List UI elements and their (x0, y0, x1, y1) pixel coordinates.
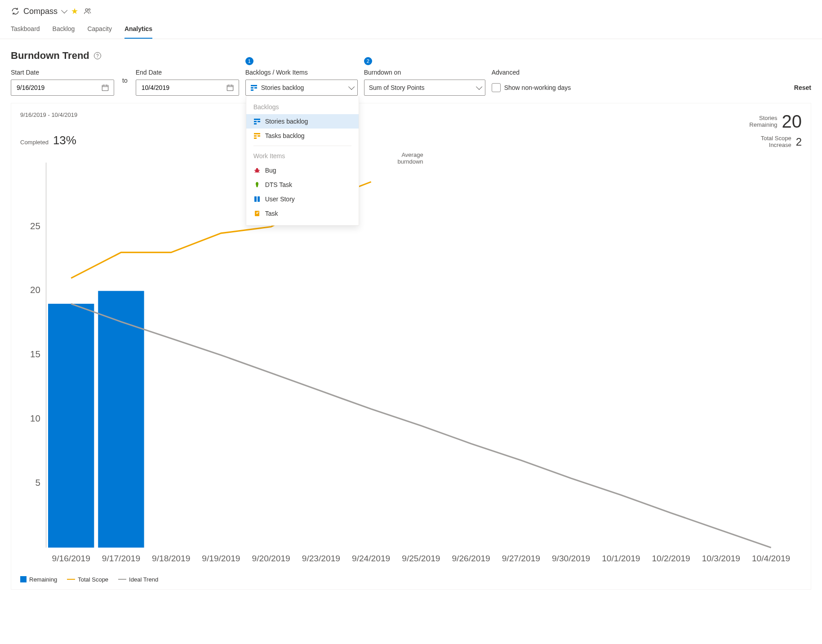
dropdown-item-tasks-backlog[interactable]: Tasks backlog (246, 129, 359, 143)
total-scope-l2: Increase (761, 142, 791, 149)
svg-point-1 (89, 9, 90, 10)
dropdown-item-dts-task[interactable]: DTS Task (246, 178, 359, 192)
svg-text:15: 15 (30, 349, 40, 359)
help-icon[interactable]: ? (94, 52, 101, 59)
svg-text:10/1/2019: 10/1/2019 (602, 554, 640, 563)
dropdown-item-user-story[interactable]: User Story (246, 192, 359, 206)
backlogs-label: Backlogs / Work Items (245, 69, 358, 76)
chevron-down-icon (476, 84, 482, 90)
dropdown-item-task[interactable]: Task (246, 206, 359, 221)
svg-rect-7 (251, 89, 253, 91)
card-date-range: 9/16/2019 - 10/4/2019 (20, 111, 77, 118)
burndown-on-selected: Sum of Story Points (369, 84, 425, 91)
stories-remaining-l1: Stories (749, 115, 777, 122)
burndown-card: 9/16/2019 - 10/4/2019 Completed 13% Stor… (11, 103, 811, 590)
end-date-input[interactable] (136, 80, 239, 96)
svg-rect-13 (254, 135, 257, 137)
calendar-icon[interactable] (226, 84, 234, 92)
tab-capacity[interactable]: Capacity (87, 25, 111, 39)
total-scope-l1: Total Scope (761, 135, 791, 142)
show-non-working-checkbox[interactable] (492, 83, 501, 92)
svg-text:9/16/2019: 9/16/2019 (52, 554, 90, 563)
chart-legend: Remaining Total Scope Ideal Trend (20, 576, 802, 583)
svg-point-0 (85, 9, 88, 11)
show-non-working-label: Show non-working days (504, 84, 571, 91)
svg-rect-14 (258, 135, 260, 137)
legend-line-ideal (118, 579, 126, 580)
page-title-row: Burndown Trend ? (0, 39, 822, 65)
stories-backlog-icon (253, 118, 261, 125)
svg-rect-6 (254, 87, 257, 89)
svg-rect-11 (254, 123, 257, 124)
calendar-icon[interactable] (101, 84, 109, 92)
tab-backlog[interactable]: Backlog (53, 25, 75, 39)
dropdown-item-stories-backlog[interactable]: Stories backlog (246, 114, 359, 129)
stories-remaining-l2: Remaining (749, 122, 777, 129)
svg-rect-15 (254, 138, 257, 139)
backlogs-field: 1 Backlogs / Work Items Stories backlog … (245, 69, 358, 96)
backlogs-selected: Stories backlog (261, 84, 304, 91)
legend-total-scope: Total Scope (67, 576, 108, 583)
filter-bar: Start Date to End Date 1 Backlogs / Work… (0, 65, 822, 103)
svg-text:9/25/2019: 9/25/2019 (402, 554, 440, 563)
svg-rect-2 (102, 85, 108, 91)
favorite-star-icon[interactable]: ★ (71, 6, 78, 16)
stories-remaining-value: 20 (782, 111, 802, 132)
start-date-field: Start Date (11, 69, 114, 96)
project-switcher[interactable]: Compass (11, 7, 66, 16)
burndown-on-field: 2 Burndown on Sum of Story Points (364, 69, 485, 96)
advanced-label: Advanced (492, 69, 571, 76)
dropdown-group-workitems: Work Items (246, 149, 359, 163)
legend-swatch-remaining (20, 576, 27, 582)
backlogs-select[interactable]: Stories backlog Backlogs Stories backlog… (245, 80, 358, 96)
project-name: Compass (23, 7, 58, 16)
legend-ideal-trend: Ideal Trend (118, 576, 158, 583)
reset-button[interactable]: Reset (794, 80, 811, 96)
svg-text:9/17/2019: 9/17/2019 (102, 554, 140, 563)
svg-rect-28 (98, 291, 144, 547)
svg-text:9/27/2019: 9/27/2019 (502, 554, 540, 563)
svg-rect-19 (258, 196, 260, 202)
svg-rect-27 (48, 304, 94, 548)
legend-remaining: Remaining (20, 576, 57, 583)
dropdown-group-backlogs: Backlogs (246, 100, 359, 114)
team-members-icon[interactable] (84, 7, 92, 15)
sprint-icon (11, 7, 20, 16)
svg-text:9/19/2019: 9/19/2019 (202, 554, 240, 563)
dts-task-icon (253, 181, 261, 188)
burndown-on-select[interactable]: Sum of Story Points (364, 80, 485, 96)
bug-icon (253, 167, 261, 174)
svg-text:9/24/2019: 9/24/2019 (352, 554, 390, 563)
svg-rect-17 (256, 168, 258, 169)
tab-taskboard[interactable]: Taskboard (11, 25, 40, 39)
chevron-down-icon (61, 7, 67, 13)
dropdown-separator (253, 146, 351, 146)
svg-text:9/26/2019: 9/26/2019 (452, 554, 490, 563)
start-date-label: Start Date (11, 69, 114, 76)
svg-rect-9 (254, 121, 257, 122)
project-header: Compass ★ (0, 0, 822, 21)
svg-rect-10 (258, 121, 260, 122)
start-date-input[interactable] (11, 80, 114, 96)
svg-rect-5 (251, 87, 253, 89)
backlogs-dropdown: Backlogs Stories backlog Tasks backlog W… (246, 96, 359, 226)
completed-label: Completed (20, 139, 49, 146)
svg-text:10/3/2019: 10/3/2019 (702, 554, 740, 563)
svg-rect-3 (227, 85, 233, 91)
svg-text:10: 10 (30, 413, 40, 423)
dropdown-item-bug[interactable]: Bug (246, 163, 359, 178)
to-label: to (120, 77, 129, 88)
svg-text:9/23/2019: 9/23/2019 (302, 554, 340, 563)
end-date-label: End Date (136, 69, 239, 76)
svg-text:25: 25 (30, 221, 40, 231)
end-date-value[interactable] (141, 84, 222, 92)
tab-analytics[interactable]: Analytics (124, 25, 152, 39)
step-badge-2: 2 (364, 57, 372, 65)
start-date-value[interactable] (16, 84, 98, 92)
end-date-field: End Date (136, 69, 239, 96)
chevron-down-icon (348, 84, 355, 90)
legend-line-total-scope (67, 579, 75, 580)
svg-text:10/4/2019: 10/4/2019 (752, 554, 790, 563)
svg-text:5: 5 (35, 477, 40, 488)
total-scope-value: 2 (796, 136, 802, 148)
